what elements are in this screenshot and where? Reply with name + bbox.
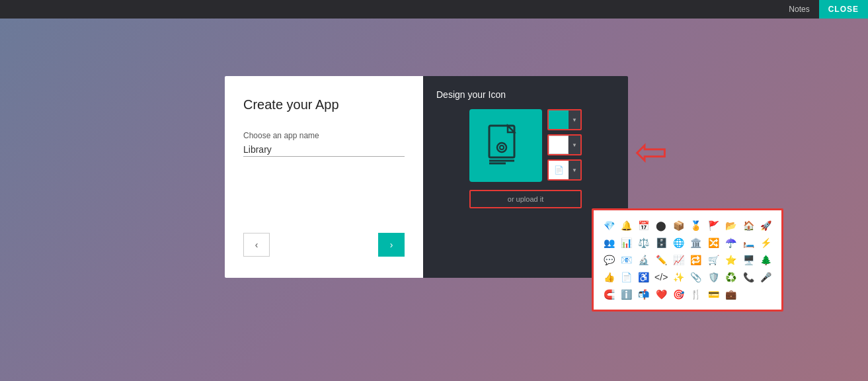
field-label: Choose an app name (243, 131, 405, 140)
picker-icon-39[interactable]: 🎤 (759, 270, 773, 284)
picker-icon-24[interactable]: 📈 (672, 253, 686, 267)
picker-icon-29[interactable]: 🌲 (759, 253, 773, 267)
picker-icon-31[interactable]: 📄 (619, 270, 633, 284)
picker-icon-42[interactable]: 📬 (637, 287, 651, 302)
design-title: Design your Icon (436, 89, 506, 100)
picker-icon-44[interactable]: 🎯 (672, 287, 686, 302)
picker-icon-25[interactable]: 🔁 (689, 253, 703, 267)
picker-icon-47[interactable]: 💼 (724, 287, 738, 302)
icon-type-swatch[interactable]: 📄 (549, 161, 569, 179)
arrow-hint: ⇦ (635, 132, 668, 172)
svg-point-2 (500, 146, 504, 149)
picker-icon-4[interactable]: 📦 (672, 218, 686, 233)
icon-type-picker[interactable]: 📄 ▼ (547, 159, 582, 181)
picker-icon-22[interactable]: 🔬 (637, 253, 651, 267)
fg-color-picker[interactable]: ▼ (547, 134, 582, 155)
notes-button[interactable]: Notes (779, 0, 818, 19)
icon-picker-popup: 💎🔔📅⬤📦🏅🚩📂🏠🚀👥📊⚖️🗄️🌐🏛️🔀☂️🛏️⚡💬📧🔬✏️📈🔁🛒⭐🖥️🌲👍📄♿… (592, 208, 783, 312)
upload-row: or upload it (436, 190, 615, 208)
picker-icon-2[interactable]: 📅 (637, 218, 651, 233)
picker-icon-32[interactable]: ♿ (637, 270, 651, 284)
picker-icon-5[interactable]: 🏅 (689, 218, 703, 233)
prev-button[interactable]: ‹ (243, 233, 270, 257)
picker-icon-6[interactable]: 🚩 (706, 218, 721, 233)
picker-icon-0[interactable]: 💎 (602, 218, 616, 233)
picker-icon-30[interactable]: 👍 (602, 270, 616, 284)
picker-icon-11[interactable]: 📊 (619, 235, 633, 250)
color-controls: ▼ ▼ 📄 ▼ (547, 109, 582, 181)
picker-icon-1[interactable]: 🔔 (619, 218, 633, 233)
picker-icon-20[interactable]: 💬 (602, 253, 616, 267)
picker-icon-14[interactable]: 🌐 (672, 235, 686, 250)
picker-icon-19[interactable]: ⚡ (759, 235, 773, 250)
app-name-input[interactable] (243, 143, 405, 157)
icon-area: ▼ ▼ 📄 ▼ (469, 109, 582, 182)
topbar: Notes CLOSE (0, 0, 868, 19)
create-app-panel: Create your App Choose an app name ‹ › (225, 76, 423, 278)
picker-icon-28[interactable]: 🖥️ (741, 253, 756, 267)
picker-icon-16[interactable]: 🔀 (706, 235, 721, 250)
picker-icon-3[interactable]: ⬤ (654, 218, 668, 233)
picker-icon-18[interactable]: 🛏️ (741, 235, 756, 250)
icon-type-chevron[interactable]: ▼ (569, 161, 580, 179)
picker-icon-43[interactable]: ❤️ (654, 287, 668, 302)
picker-icon-15[interactable]: 🏛️ (689, 235, 703, 250)
svg-point-1 (497, 143, 506, 152)
close-button[interactable]: CLOSE (819, 0, 868, 19)
upload-button[interactable]: or upload it (469, 190, 582, 208)
preview-icon-svg (483, 122, 529, 169)
bg-color-picker[interactable]: ▼ (547, 109, 582, 130)
picker-icon-13[interactable]: 🗄️ (654, 235, 668, 250)
picker-icon-17[interactable]: ☂️ (724, 235, 738, 250)
picker-icon-41[interactable]: ℹ️ (619, 287, 633, 302)
picker-icon-46[interactable]: 💳 (706, 287, 721, 302)
picker-icon-26[interactable]: 🛒 (706, 253, 721, 267)
picker-icon-34[interactable]: ✨ (672, 270, 686, 284)
bg-color-chevron[interactable]: ▼ (569, 110, 580, 129)
picker-icon-9[interactable]: 🚀 (759, 218, 773, 233)
picker-icon-35[interactable]: 📎 (689, 270, 703, 284)
picker-icon-7[interactable]: 📂 (724, 218, 738, 233)
bg-color-swatch[interactable] (549, 110, 569, 129)
picker-icon-27[interactable]: ⭐ (724, 253, 738, 267)
picker-icon-37[interactable]: ♻️ (724, 270, 738, 284)
panel-title: Create your App (243, 97, 405, 112)
icon-preview[interactable] (469, 109, 542, 182)
next-button[interactable]: › (378, 233, 405, 257)
fg-color-chevron[interactable]: ▼ (569, 136, 580, 154)
picker-icon-38[interactable]: 📞 (741, 270, 756, 284)
picker-icon-23[interactable]: ✏️ (654, 253, 668, 267)
fg-color-swatch[interactable] (549, 136, 569, 154)
panel-navigation: ‹ › (243, 233, 405, 257)
picker-icon-8[interactable]: 🏠 (741, 218, 756, 233)
picker-icon-10[interactable]: 👥 (602, 235, 616, 250)
picker-icon-12[interactable]: ⚖️ (637, 235, 651, 250)
picker-icon-33[interactable]: </> (654, 270, 668, 284)
picker-icon-45[interactable]: 🍴 (689, 287, 703, 302)
picker-icon-40[interactable]: 🧲 (602, 287, 616, 302)
picker-icon-21[interactable]: 📧 (619, 253, 633, 267)
picker-icon-36[interactable]: 🛡️ (706, 270, 721, 284)
